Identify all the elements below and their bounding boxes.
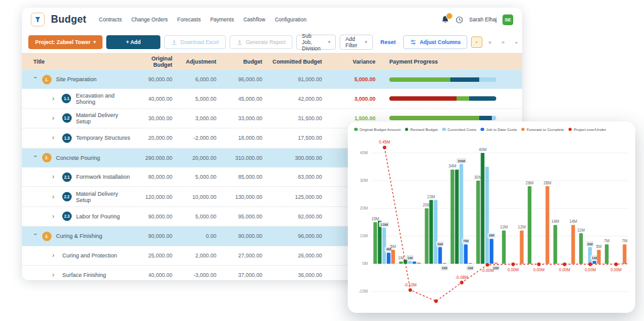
table-row[interactable]: ›1.1Excavation and Shoring40,000.005,000… (22, 89, 522, 108)
reset-button[interactable]: Reset (377, 35, 400, 49)
svg-text:0M: 0M (442, 266, 448, 270)
user-name[interactable]: Sarah Elhaj (469, 16, 497, 23)
budget-cell: 95,000.00 (223, 213, 269, 220)
bar-chart-view-icon[interactable] (511, 37, 522, 48)
nav-item-forecasts[interactable]: Forecasts (177, 16, 201, 23)
generate-report-button[interactable]: Generate Report (230, 35, 292, 49)
svg-text:14M: 14M (552, 219, 559, 223)
svg-text:12M: 12M (518, 225, 525, 229)
svg-text:14M: 14M (569, 219, 577, 223)
expand-chevron-icon[interactable]: › (52, 174, 58, 180)
svg-text:34M: 34M (448, 164, 456, 168)
expand-chevron-icon[interactable]: › (52, 213, 58, 220)
expand-chevron-icon[interactable]: › (32, 234, 38, 239)
payment-progress-bar (389, 77, 496, 82)
payment-progress-cell (382, 116, 522, 120)
adjustment-cell: 6,000.00 (179, 76, 223, 82)
app-logo-funnel-icon (31, 13, 45, 26)
column-header-committed-budget: Committed Budget (269, 59, 328, 65)
add-filter-select[interactable]: Add Filter▾ (340, 35, 372, 50)
svg-text:0.00M: 0.00M (533, 268, 545, 272)
add-button[interactable]: + Add (106, 35, 160, 49)
committed-budget-cell: 31,500.00 (269, 115, 328, 121)
adjustment-cell: 0.00 (179, 233, 223, 239)
expand-chevron-icon[interactable]: › (52, 252, 58, 259)
expand-chevron-icon[interactable]: › (32, 77, 38, 82)
clock-icon[interactable] (455, 16, 464, 24)
adjust-columns-button[interactable]: Adjust Columns (403, 35, 467, 49)
row-title: Concrete Pouring (56, 155, 100, 161)
nav-item-configuration[interactable]: Configuration (275, 16, 307, 23)
group-by-select[interactable]: Sub Job, Division▾ (296, 35, 336, 50)
chevron-down-icon: ▾ (328, 40, 331, 45)
variance-cell: 3,000.00 (328, 96, 382, 102)
svg-text:36M: 36M (458, 159, 465, 163)
row-title-cell: ›2.1Formwork Installation (22, 172, 132, 182)
payment-progress-bar (389, 96, 496, 101)
legend-dot (521, 128, 525, 132)
y-axis-tick: -10M (350, 289, 368, 293)
legend-item: Original Budget Amount (354, 127, 401, 132)
sliders-icon (410, 39, 416, 45)
table-row[interactable]: ›1.Site Preparation90,000.006,000.0096,0… (22, 70, 522, 89)
svg-text:6M: 6M (437, 242, 443, 246)
row-title-cell: ›Curing and Protection (22, 252, 132, 259)
payment-progress-bar (389, 116, 496, 120)
budget-cell: 27,000.00 (223, 252, 269, 259)
svg-text:40M: 40M (479, 147, 486, 152)
committed-budget-cell: 17,500.00 (269, 135, 328, 141)
row-title: Curing and Protection (62, 252, 117, 259)
download-excel-button[interactable]: Download Excel (164, 35, 226, 49)
app-bar: Budget ContractsChange OrdersForecastsPa… (22, 8, 522, 31)
nav-item-change-orders[interactable]: Change Orders (131, 16, 168, 23)
legend-item: Revised Budget (405, 127, 438, 132)
expand-chevron-icon[interactable]: › (52, 115, 58, 121)
svg-text:5M: 5M (596, 244, 602, 249)
user-avatar[interactable]: SE (502, 14, 513, 25)
row-title: Labor for Pouring (76, 213, 120, 220)
committed-budget-cell: 36,000.00 (269, 272, 328, 278)
legend-dot (569, 128, 572, 132)
project-selector[interactable]: Project: Zabeel Tower▾ (28, 35, 103, 49)
legend-dot (442, 128, 446, 132)
expand-chevron-icon[interactable]: › (52, 135, 58, 141)
svg-text:-0.10M: -0.10M (404, 283, 416, 287)
original-budget-cell: 20,000.00 (132, 135, 179, 141)
budget-cell: 130,000.00 (223, 194, 269, 200)
expand-chevron-icon[interactable]: › (32, 155, 38, 160)
y-axis-tick: 30M (350, 178, 368, 183)
page-title: Budget (51, 14, 86, 25)
calendar-view-icon[interactable] (497, 37, 509, 48)
expand-chevron-icon[interactable]: › (52, 96, 57, 102)
chevron-down-icon: ▾ (94, 40, 96, 45)
committed-budget-cell: 91,000.00 (269, 76, 328, 82)
original-budget-cell: 25,000.00 (132, 252, 179, 259)
flag-view-icon[interactable] (471, 37, 482, 48)
expand-chevron-icon[interactable]: › (52, 272, 58, 278)
expand-chevron-icon[interactable]: › (52, 194, 58, 200)
budget-cell: 90,000.00 (223, 233, 269, 239)
notifications-icon[interactable] (441, 15, 450, 24)
y-axis-tick: 40M (350, 150, 368, 155)
nav-item-payments[interactable]: Payments (210, 16, 234, 23)
adjustment-cell: 5,000.00 (179, 213, 223, 220)
main-nav: ContractsChange OrdersForecastsPaymentsC… (99, 16, 306, 23)
row-title-cell: ›2.3Labor for Pouring (22, 211, 132, 221)
budget-cell: 85,000.00 (223, 174, 269, 180)
committed-budget-cell: 92,000.00 (269, 213, 328, 220)
nav-item-cashflow[interactable]: Cashflow (243, 16, 265, 23)
budget-chart: 15M1M20M34M30M12M28M14M11M7M23M40M13M1M3… (372, 139, 629, 308)
row-title: Excavation and Shoring (75, 93, 132, 105)
legend-dot (354, 128, 358, 132)
column-header-title: Title (22, 59, 132, 65)
nav-item-contracts[interactable]: Contracts (99, 16, 121, 23)
table-view-icon[interactable] (484, 37, 496, 48)
variance-cell: 5,000.00 (328, 76, 382, 82)
adjustment-cell: 20,000.00 (179, 155, 223, 161)
svg-text:0.45M: 0.45M (379, 140, 391, 144)
appbar-right: Sarah Elhaj SE (441, 14, 513, 25)
svg-text:1M: 1M (407, 256, 413, 260)
svg-text:7M: 7M (463, 239, 469, 243)
payment-progress-cell (382, 96, 522, 101)
chevron-down-icon: ▾ (365, 40, 367, 45)
